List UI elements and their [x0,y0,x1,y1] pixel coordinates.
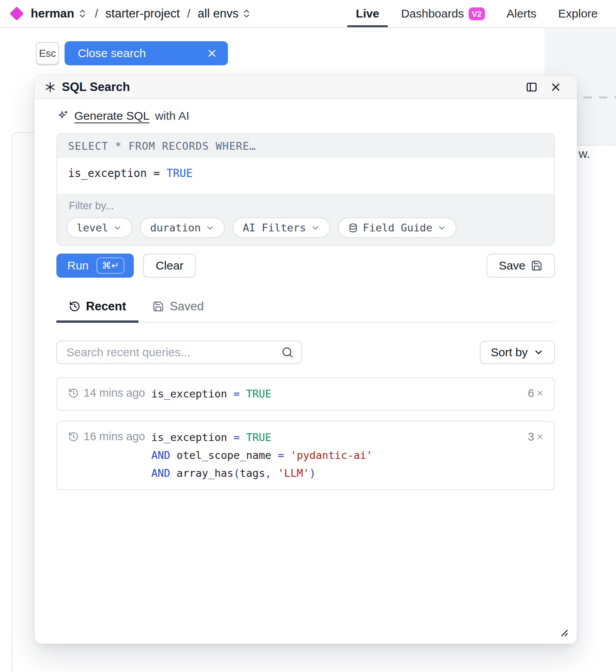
org-selector[interactable]: herman [31,7,88,21]
tab-recent[interactable]: Recent [56,299,138,323]
filter-pill-level[interactable]: level [66,217,132,238]
nav-tab-alerts[interactable]: Alerts [507,0,537,27]
project-name[interactable]: starter-project [105,7,180,21]
save-icon [152,301,164,312]
filter-by-label: Filter by... [66,200,545,212]
close-icon[interactable] [550,81,562,93]
org-name: herman [31,7,74,21]
search-recent-input[interactable] [56,341,302,364]
query-tabs: Recent Saved [56,299,555,323]
generate-sql-link[interactable]: Generate SQL [74,109,149,122]
close-search-button[interactable]: Close search [65,41,228,65]
close-icon[interactable] [206,47,218,59]
query-timestamp: 16 mins ago [68,429,151,443]
remove-icon[interactable]: × [536,430,543,443]
nav-tab-dashboards[interactable]: Dashboards V2 [401,0,485,27]
modal-actions [525,81,562,93]
save-icon [531,260,542,271]
nav-tab-live[interactable]: Live [356,0,379,27]
recent-query-row[interactable]: 16 mins ago is_exception = TRUEAND otel_… [56,421,555,490]
env-selector[interactable]: all envs [198,7,252,21]
filter-pill-duration[interactable]: duration [140,217,225,238]
query-sql: is_exception = TRUEAND otel_scope_name =… [151,429,373,482]
recent-toolbar: Sort by [56,341,555,364]
chevrons-up-down-icon [77,9,88,19]
esc-keycap[interactable]: Esc [36,42,59,65]
panel-left-icon[interactable] [525,81,538,93]
logfire-logo-icon[interactable] [10,7,24,21]
query-timestamp: 14 mins ago [68,385,151,399]
breadcrumb: herman / starter-project / all envs [12,7,252,21]
history-icon [68,388,79,399]
filter-pill-field-guide[interactable]: Field Guide [338,217,457,238]
top-nav: herman / starter-project / all envs Live… [0,0,616,28]
generate-sql-row: Generate SQL with AI [56,109,555,122]
background-left-card [12,132,35,672]
history-icon [69,301,80,312]
recent-query-row[interactable]: 14 mins ago is_exception = TRUE 6 × [56,377,555,411]
sql-search-modal: SQL Search Generate SQL with AI SELECT *… [34,75,577,644]
modal-body: Generate SQL with AI SELECT * FROM RECOR… [35,109,577,490]
chevron-down-icon [311,223,320,233]
run-shortcut-badge: ⌘↵ [96,257,124,274]
sql-editor: SELECT * FROM RECORDS WHERE… is_exceptio… [56,133,555,246]
active-tab-underline [347,25,388,27]
sort-by-button[interactable]: Sort by [480,341,555,364]
query-count: 6 × [528,385,543,400]
generate-sql-suffix: with AI [155,109,189,122]
search-icon [281,346,294,359]
modal-header: SQL Search [35,76,577,99]
sparkles-icon [56,110,69,122]
save-button[interactable]: Save [486,254,555,278]
breadcrumb-separator: / [186,7,192,20]
breadcrumb-separator: / [93,7,100,20]
asterisk-icon [45,82,56,93]
chevrons-up-down-icon [242,9,252,19]
background-partial-text: w. [579,147,590,161]
clear-button[interactable]: Clear [143,254,196,278]
nav-tab-explore[interactable]: Explore [558,0,598,27]
editor-actions: Run ⌘↵ Clear Save [56,254,555,278]
query-sql: is_exception = TRUE [151,385,271,403]
run-button[interactable]: Run ⌘↵ [56,254,134,278]
env-name: all envs [198,7,238,21]
search-box [56,341,302,364]
modal-title: SQL Search [45,80,130,94]
remove-icon[interactable]: × [536,387,543,400]
query-count: 3 × [528,429,543,443]
database-icon [348,223,358,233]
v2-badge: V2 [469,7,485,20]
chevron-down-icon [533,347,544,358]
chevron-down-icon [113,223,122,233]
nav-links: Live Dashboards V2 Alerts Explore [356,0,598,27]
filter-pills: level duration AI Filters Field Guide [66,217,545,238]
tab-saved[interactable]: Saved [140,299,216,323]
close-search-row: Esc Close search [36,41,228,65]
filter-pill-ai-filters[interactable]: AI Filters [233,217,330,238]
chevron-down-icon [437,223,446,233]
chevron-down-icon [205,223,215,233]
filter-section: Filter by... level duration AI Filters [57,194,554,245]
history-icon [68,431,79,442]
sql-editor-placeholder: SELECT * FROM RECORDS WHERE… [57,134,554,158]
resize-handle[interactable] [557,626,569,637]
sql-editor-input[interactable]: is_exception = TRUE [57,158,554,194]
